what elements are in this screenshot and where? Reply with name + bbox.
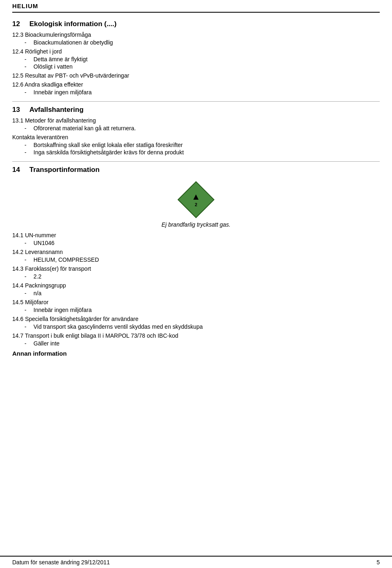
list-item: - Vid transport ska gascylinderns ventil… xyxy=(24,323,380,330)
section-14-number: 14 xyxy=(12,166,24,174)
dash-icon: - xyxy=(24,63,29,70)
divider-13-14 xyxy=(12,161,380,162)
section-12-number: 12 xyxy=(12,20,24,28)
dash-icon: - xyxy=(24,273,29,280)
section-12: 12 Ekologisk information (....) 12.3 Bio… xyxy=(12,20,380,96)
transport-diagram: ▲ 2 Ej brandfarlig trycksatt gas. xyxy=(12,181,380,228)
dash-icon: - xyxy=(24,39,29,46)
subsection-14-3-title: 14.3 Faroklass(er) för transport xyxy=(12,265,380,272)
diamond-inner: ▲ 2 xyxy=(192,192,200,207)
subsection-13-kontakta-title: Kontakta leverantören xyxy=(12,134,380,140)
subsection-14-5-title: 14.5 Miljöfaror xyxy=(12,299,380,305)
dash-icon: - xyxy=(24,56,29,62)
page-title: HELIUM xyxy=(12,2,38,9)
subsection-14-7-title: 14.7 Transport i bulk enligt bilaga II i… xyxy=(12,332,380,339)
list-item: - Gäller inte xyxy=(24,340,380,347)
list-item: - Inga särskilda försiktighetsåtgärder k… xyxy=(24,149,380,156)
section-14-title: Transportinformation xyxy=(29,166,100,174)
subsection-13-1-title: 13.1 Metoder för avfallshantering xyxy=(12,117,380,124)
subsection-12-4-title: 12.4 Rörlighet i jord xyxy=(12,48,380,55)
subsection-12-5: 12.5 Resultat av PBT- och vPvB-utvärderi… xyxy=(12,72,380,79)
flame-icon: ▲ xyxy=(192,192,200,201)
subsection-12-6: 12.6 Andra skadliga effekter - Innebär i… xyxy=(12,81,380,96)
dash-icon: - xyxy=(24,125,29,131)
list-item: - Detta ämne är flyktigt xyxy=(24,56,380,62)
list-item: - 2.2 xyxy=(24,273,380,280)
subsection-14-1-title: 14.1 UN-nummer xyxy=(12,232,380,238)
list-item: - Olösligt i vatten xyxy=(24,63,380,70)
section-12-title: Ekologisk information (....) xyxy=(29,20,116,28)
annan-information: Annan information xyxy=(12,350,380,357)
dash-icon: - xyxy=(24,290,29,296)
hazard-diamond: ▲ 2 xyxy=(178,181,214,218)
dash-icon: - xyxy=(24,323,29,330)
subsection-14-5: 14.5 Miljöfaror - Innebär ingen miljöfar… xyxy=(12,299,380,313)
subsection-12-3-title: 12.3 Bioackumuleringsförmåga xyxy=(12,31,380,38)
subsection-12-5-title: 12.5 Resultat av PBT- och vPvB-utvärderi… xyxy=(12,72,380,79)
divider-12-13 xyxy=(12,101,380,102)
section-14: 14 Transportinformation ▲ 2 Ej brandfarl… xyxy=(12,166,380,357)
subsection-14-6: 14.6 Speciella försiktighetsåtgärder för… xyxy=(12,316,380,330)
list-item: - Bortskaffning skall ske enligt lokala … xyxy=(24,142,380,148)
list-item: - HELIUM, COMPRESSED xyxy=(24,256,380,263)
subsection-14-1: 14.1 UN-nummer - UN1046 xyxy=(12,232,380,246)
section-13: 13 Avfallshantering 13.1 Metoder för avf… xyxy=(12,106,380,156)
footer-date: Datum för senaste ändring 29/12/2011 xyxy=(12,559,110,566)
list-item: - UN1046 xyxy=(24,240,380,246)
page-header: HELIUM xyxy=(12,0,380,13)
list-item: - Innebär ingen miljöfara xyxy=(24,89,380,96)
section-13-heading: 13 Avfallshantering xyxy=(12,106,380,114)
list-item: - n/a xyxy=(24,290,380,296)
dash-icon: - xyxy=(24,307,29,313)
subsection-14-7: 14.7 Transport i bulk enligt bilaga II i… xyxy=(12,332,380,347)
dash-icon: - xyxy=(24,256,29,263)
dash-icon: - xyxy=(24,340,29,347)
subsection-14-2-title: 14.2 Leveransnamn xyxy=(12,249,380,255)
subsection-14-6-title: 14.6 Speciella försiktighetsåtgärder för… xyxy=(12,316,380,322)
subsection-14-4-title: 14.4 Packningsgrupp xyxy=(12,282,380,289)
subsection-12-4: 12.4 Rörlighet i jord - Detta ämne är fl… xyxy=(12,48,380,70)
section-13-title: Avfallshantering xyxy=(29,106,84,114)
subsection-13-1: 13.1 Metoder för avfallshantering - Oför… xyxy=(12,117,380,131)
section-13-number: 13 xyxy=(12,106,24,114)
page-footer: Datum för senaste ändring 29/12/2011 5 xyxy=(0,556,392,568)
subsection-12-6-title: 12.6 Andra skadliga effekter xyxy=(12,81,380,88)
subsection-14-2: 14.2 Leveransnamn - HELIUM, COMPRESSED xyxy=(12,249,380,263)
transport-caption: Ej brandfarlig trycksatt gas. xyxy=(162,221,231,228)
section-14-heading: 14 Transportinformation xyxy=(12,166,380,174)
footer-page-number: 5 xyxy=(376,559,380,566)
subsection-13-kontakta: Kontakta leverantören - Bortskaffning sk… xyxy=(12,134,380,156)
dash-icon: - xyxy=(24,149,29,156)
list-item: - Bioackumulationen är obetydlig xyxy=(24,39,380,46)
dash-icon: - xyxy=(24,240,29,246)
subsection-14-4: 14.4 Packningsgrupp - n/a xyxy=(12,282,380,296)
diamond-class-number: 2 xyxy=(195,202,197,207)
list-item: - Oförorenat material kan gå att returne… xyxy=(24,125,380,131)
dash-icon: - xyxy=(24,142,29,148)
section-12-heading: 12 Ekologisk information (....) xyxy=(12,20,380,28)
subsection-14-3: 14.3 Faroklass(er) för transport - 2.2 xyxy=(12,265,380,280)
subsection-12-3: 12.3 Bioackumuleringsförmåga - Bioackumu… xyxy=(12,31,380,46)
list-item: - Innebär ingen miljöfara xyxy=(24,307,380,313)
page-container: HELIUM 12 Ekologisk information (....) 1… xyxy=(0,0,392,385)
dash-icon: - xyxy=(24,89,29,96)
